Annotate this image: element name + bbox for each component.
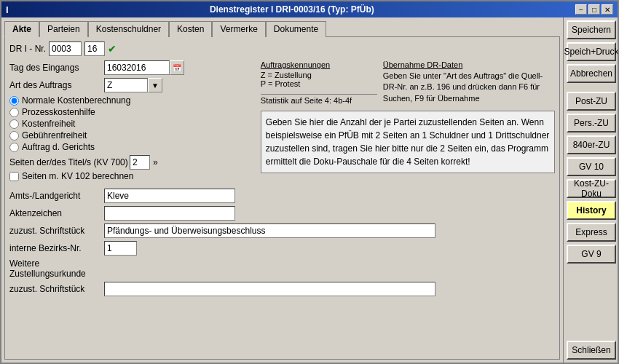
zuzust-label2: zuzust. Schriftstück	[9, 284, 104, 294]
amts-label: Amts-/Landgericht	[9, 191, 104, 201]
pers-zu-button[interactable]: Pers.-ZU	[567, 114, 616, 132]
amts-input[interactable]	[104, 189, 235, 203]
radio-prozesskostenhilfe-label: Prozesskostenhilfe	[22, 107, 95, 117]
calendar-button[interactable]: 📅	[170, 60, 184, 75]
art-auftrags-row: Art des Auftrags ▼	[9, 78, 255, 92]
radio-gebuehrenfreiheit-input[interactable]	[9, 131, 19, 141]
main-content: Akte Parteien Kostenschuldner Kosten Ver…	[1, 17, 618, 363]
uebernahme-text: Geben Sie unter "Art des Auftrags" die Q…	[383, 71, 555, 104]
zuzust-label1: zuzust. Schriftstück	[9, 226, 104, 236]
checkmark-icon: ✔	[108, 43, 117, 55]
art-dropdown-button[interactable]: ▼	[148, 78, 162, 92]
weitere-row: Weitere Zustellungsurkunde	[9, 258, 555, 279]
seiten-row: Seiten der/des Titel/s (KV 700) »	[9, 155, 255, 170]
dri-label: DR I - Nr.	[9, 44, 46, 54]
tag-eingangs-row: Tag des Eingangs 📅	[9, 60, 255, 75]
abbrechen-button[interactable]: Abbrechen	[567, 64, 616, 83]
kv102-checkbox[interactable]	[9, 172, 19, 181]
speich-druck-button[interactable]: Speich+Druck	[567, 42, 616, 61]
tab-kostenschuldner[interactable]: Kostenschuldner	[88, 21, 169, 37]
auftragskennungen-title: Auftragskennungen	[261, 60, 377, 69]
right-sidebar: Speichern Speich+Druck Abbrechen Post-ZU…	[563, 17, 618, 363]
express-button[interactable]: Express	[567, 223, 616, 242]
speichern-button[interactable]: Speichern	[567, 20, 616, 39]
history-button[interactable]: History	[567, 201, 616, 220]
radio-auftrag-gericht-label: Auftrag d. Gerichts	[22, 142, 95, 152]
art-auftrags-label: Art des Auftrags	[9, 80, 104, 90]
auftragskennungen-statistik: Statistik auf Seite 4: 4b-4f	[261, 94, 377, 105]
minimize-button[interactable]: −	[575, 4, 587, 15]
radio-kostenfreiheit: Kostenfreiheit	[9, 119, 255, 129]
post-zu-button[interactable]: Post-ZU	[567, 92, 616, 111]
left-panel: Akte Parteien Kostenschuldner Kosten Ver…	[1, 17, 563, 363]
main-window: I Dienstregister I DRI-0003/16 (Typ: PfÜ…	[0, 0, 619, 364]
zuzust-input2[interactable]	[104, 282, 435, 296]
kosten-radio-group: Normale Kostenberechnung Prozesskostenhi…	[9, 95, 255, 152]
tab-akte[interactable]: Akte	[4, 21, 39, 37]
close-button[interactable]: ✕	[602, 4, 613, 15]
seiten-label: Seiten der/des Titel/s (KV 700)	[9, 157, 130, 167]
radio-auftrag-gericht-input[interactable]	[9, 143, 19, 152]
window-controls: − □ ✕	[575, 4, 613, 15]
big-info-box: Geben Sie hier die Anzahl der je Partei …	[261, 111, 555, 173]
zuzust-row2: zuzust. Schriftstück	[9, 282, 555, 296]
radio-prozesskostenhilfe-input[interactable]	[9, 108, 19, 117]
bezirks-nr-input[interactable]	[104, 241, 137, 256]
amts-landgericht-row: Amts-/Landgericht	[9, 189, 555, 203]
tab-vermerke[interactable]: Vermerke	[212, 21, 265, 37]
gv9-button[interactable]: GV 9	[567, 245, 616, 264]
tag-eingangs-label: Tag des Eingangs	[9, 63, 104, 73]
bezirks-nr-label: interne Bezirks-Nr.	[9, 243, 104, 253]
gv10-button[interactable]: GV 10	[567, 157, 616, 176]
radio-gebuehrenfreiheit: Gebührenfreiheit	[9, 130, 255, 141]
form-left: Tag des Eingangs 📅 Art des Auftrags ▼	[9, 60, 255, 184]
kv102-row: Seiten m. KV 102 berechnen	[9, 171, 255, 181]
840er-zu-button[interactable]: 840er-ZU	[567, 135, 616, 154]
zuzust-row1: zuzust. Schriftstück	[9, 223, 555, 238]
seiten-input[interactable]	[130, 155, 150, 170]
tag-eingangs-input[interactable]	[104, 60, 170, 75]
restore-button[interactable]: □	[588, 4, 600, 15]
radio-prozesskostenhilfe: Prozesskostenhilfe	[9, 107, 255, 117]
title-bar: I Dienstregister I DRI-0003/16 (Typ: PfÜ…	[1, 1, 618, 17]
dri-year-input[interactable]	[84, 41, 105, 56]
art-auftrags-input[interactable]	[104, 78, 148, 92]
seiten-arrow: »	[153, 157, 158, 167]
weitere-label: Weitere Zustellungsurkunde	[9, 258, 104, 279]
big-info-text: Geben Sie hier die Anzahl der je Partei …	[266, 117, 550, 167]
schliessen-button[interactable]: Schließen	[567, 341, 616, 360]
tab-content: DR I - Nr. ✔ Tag des Eingangs 📅	[4, 36, 560, 360]
tab-parteien[interactable]: Parteien	[39, 21, 88, 37]
aktenzeichen-input[interactable]	[104, 206, 235, 221]
aktenzeichen-label: Aktenzeichen	[9, 208, 104, 218]
aktenzeichen-row: Aktenzeichen	[9, 206, 555, 221]
radio-normale: Normale Kostenberechnung	[9, 95, 255, 106]
radio-kostenfreiheit-label: Kostenfreiheit	[22, 119, 75, 129]
uebernahme-box: Übernahme DR-Daten Geben Sie unter "Art …	[383, 60, 555, 105]
tab-dokumente[interactable]: Dokumente	[266, 21, 326, 37]
radio-auftrag-gericht: Auftrag d. Gerichts	[9, 142, 255, 152]
info-sections: Auftragskennungen Z = Zustellung P = Pro…	[261, 60, 555, 105]
uebernahme-title: Übernahme DR-Daten	[383, 60, 555, 69]
tab-bar: Akte Parteien Kostenschuldner Kosten Ver…	[4, 20, 560, 36]
radio-gebuehrenfreiheit-label: Gebührenfreiheit	[22, 130, 87, 141]
bottom-form: Amts-/Landgericht Aktenzeichen zuzust. S…	[9, 189, 555, 296]
kv102-label: Seiten m. KV 102 berechnen	[22, 171, 133, 181]
dri-number-input[interactable]	[49, 41, 82, 56]
form-area: Tag des Eingangs 📅 Art des Auftrags ▼	[9, 60, 555, 184]
auftragskennungen-box: Auftragskennungen Z = Zustellung P = Pro…	[261, 60, 377, 105]
bezirks-nr-row: interne Bezirks-Nr.	[9, 241, 555, 256]
kost-zu-doku-button[interactable]: Kost-ZU-Doku	[567, 179, 616, 198]
auftragskennungen-line2: P = Protest	[261, 79, 377, 88]
form-right: Auftragskennungen Z = Zustellung P = Pro…	[261, 60, 555, 184]
auftragskennungen-line1: Z = Zustellung	[261, 71, 377, 79]
zuzust-input1[interactable]	[104, 223, 435, 238]
radio-normale-input[interactable]	[9, 96, 19, 106]
dri-row: DR I - Nr. ✔	[9, 41, 555, 56]
window-title: Dienstregister I DRI-0003/16 (Typ: PfÜb)	[9, 4, 575, 15]
radio-normale-label: Normale Kostenberechnung	[22, 95, 130, 106]
radio-kostenfreiheit-input[interactable]	[9, 119, 19, 129]
tab-kosten[interactable]: Kosten	[169, 21, 212, 37]
